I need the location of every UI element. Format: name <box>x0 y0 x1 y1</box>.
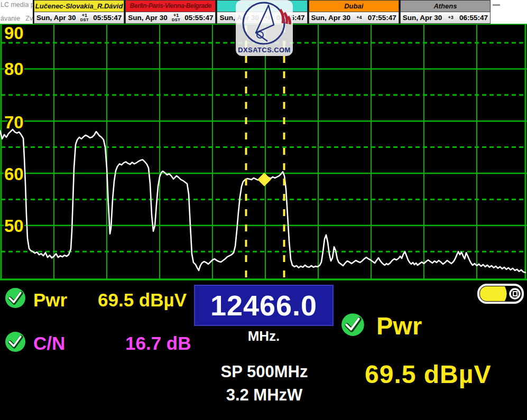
clock-date: Sun, Apr 30 <box>403 14 442 22</box>
clock-berlin: Berlin-Paris-Vienna-Belgrade Sun, Apr 30… <box>124 0 216 24</box>
vlc-title-text: LC media pl <box>1 1 33 8</box>
y-axis-label: 70 <box>4 113 24 132</box>
spectrum-chart: 9080706050 <box>0 24 527 281</box>
logo-brand-text: DXSATCS.COM <box>236 46 293 54</box>
frequency-unit: MHz. <box>194 328 334 344</box>
right-pwr-check-icon[interactable] <box>341 313 365 337</box>
clock-time-row: Sun, Apr 30 +4 07:55:47 <box>309 12 399 24</box>
clock-time: 05:55:47 <box>184 14 213 22</box>
vlc-window-strip: LC media pl ávanie Zv <box>0 0 33 24</box>
dst-indicator: +4 <box>356 15 362 20</box>
window-titlebar-area <box>491 0 527 24</box>
clock-dubai: Dubai Sun, Apr 30 +4 07:55:47 <box>308 0 399 24</box>
bandwidth-setting: 3.2 MHzW <box>159 386 370 405</box>
span-setting: SP 500MHz <box>159 362 370 381</box>
clock-city-label: Dubai <box>309 0 399 12</box>
marker-diamond[interactable] <box>257 173 271 186</box>
frequency-display[interactable]: 12466.0 <box>194 285 334 326</box>
right-pwr-value: 69.5 dBµV <box>365 360 491 389</box>
y-axis-label: 60 <box>4 164 24 184</box>
dxsatcs-logo: DXSATCS.COM <box>236 0 293 56</box>
clock-time-row: Sun, Apr 30 +1 DST 05:55:47 <box>34 12 124 24</box>
y-axis-label: 90 <box>4 24 24 43</box>
vlc-menu-text: ávanie Zv <box>1 15 33 22</box>
clock-time: 05:55:47 <box>93 14 122 22</box>
clock-city-label: Lučenec-Slovakia_R.Dávid <box>34 0 124 12</box>
clock-time: 07:55:47 <box>368 14 396 22</box>
clock-athens: Athens Sun, Apr 30 +3 06:55:47 <box>399 0 491 24</box>
dst-indicator: +3 <box>448 15 454 20</box>
minimize-icon[interactable] <box>493 4 500 6</box>
clock-lucenec: Lučenec-Slovakia_R.Dávid Sun, Apr 30 +1 … <box>33 0 124 24</box>
pwr-value: 69.5 dBµV <box>98 290 187 311</box>
y-axis-label: 80 <box>4 59 24 79</box>
clock-date: Sun, Apr 30 <box>311 14 351 22</box>
clock-city-label: Athens <box>400 0 491 12</box>
clock-time: 06:55:47 <box>459 14 488 22</box>
pwr-label: Pwr <box>33 290 67 311</box>
y-axis-label: 50 <box>4 216 24 236</box>
frequency-value: 12466.0 <box>210 289 317 322</box>
cn-value: 16.7 dB <box>125 333 191 354</box>
pwr-check-icon[interactable] <box>5 287 26 309</box>
dst-indicator: +1 DST <box>172 13 180 22</box>
cn-label: C/N <box>33 333 65 354</box>
clock-time-row: Sun, Apr 30 +3 06:55:47 <box>400 12 491 24</box>
clock-date: Sun, Apr 30 <box>128 14 168 22</box>
clock-city-label: Berlin-Paris-Vienna-Belgrade <box>125 0 216 12</box>
dst-indicator: +1 DST <box>80 13 89 22</box>
right-pwr-label: Pwr <box>376 311 422 340</box>
clock-time-row: Sun, Apr 30 +1 DST 05:55:47 <box>125 12 216 24</box>
battery-icon[interactable] <box>477 284 525 304</box>
clock-date: Sun, Apr 30 <box>36 14 76 22</box>
cn-check-icon[interactable] <box>5 331 26 352</box>
spectrum-plot: 9080706050 <box>0 24 527 281</box>
